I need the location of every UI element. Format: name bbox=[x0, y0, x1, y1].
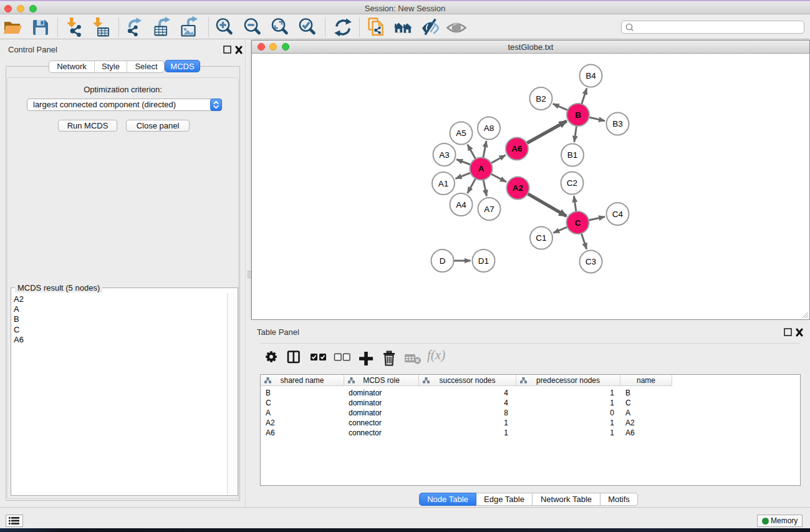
svg-text:A5: A5 bbox=[456, 128, 466, 138]
svg-text:A: A bbox=[478, 164, 485, 173]
svg-text:A6: A6 bbox=[511, 144, 523, 153]
svg-text:B1: B1 bbox=[567, 150, 578, 160]
svg-text:A7: A7 bbox=[484, 205, 494, 214]
svg-text:C3: C3 bbox=[586, 257, 596, 266]
svg-text:C2: C2 bbox=[567, 178, 577, 188]
svg-text:C4: C4 bbox=[612, 210, 624, 219]
svg-text:B4: B4 bbox=[586, 71, 596, 80]
svg-text:A1: A1 bbox=[438, 179, 449, 188]
svg-text:C: C bbox=[575, 218, 581, 228]
svg-text:A2: A2 bbox=[513, 183, 523, 193]
svg-text:D1: D1 bbox=[478, 256, 489, 266]
svg-text:A4: A4 bbox=[456, 200, 466, 210]
svg-text:D: D bbox=[440, 256, 446, 266]
svg-text:B: B bbox=[575, 110, 581, 120]
svg-text:A3: A3 bbox=[439, 150, 450, 160]
svg-text:A8: A8 bbox=[484, 123, 494, 133]
svg-text:B3: B3 bbox=[612, 119, 623, 128]
svg-text:B2: B2 bbox=[536, 94, 546, 104]
svg-text:C1: C1 bbox=[536, 233, 546, 243]
